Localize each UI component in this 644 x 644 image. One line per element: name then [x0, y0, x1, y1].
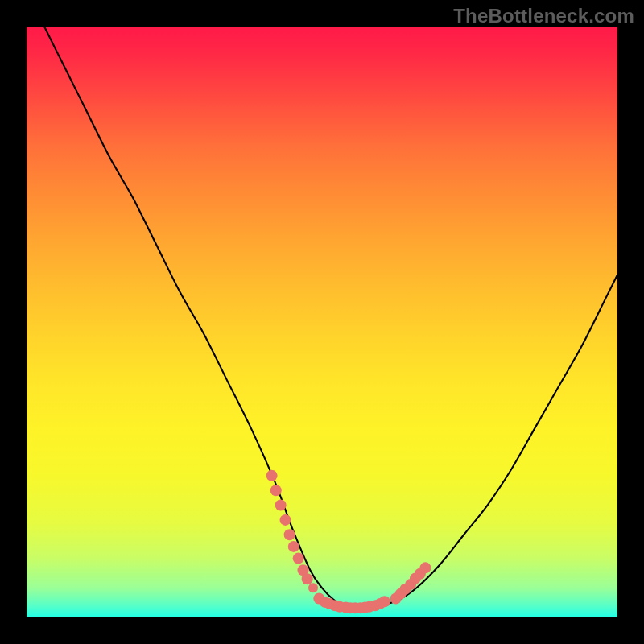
gradient-plot-area	[27, 27, 617, 617]
data-dot	[308, 583, 318, 592]
data-dot	[379, 596, 390, 607]
data-dot	[275, 500, 287, 511]
data-dot	[419, 562, 431, 573]
data-dot	[266, 470, 278, 481]
chart-overlay	[27, 27, 617, 617]
watermark-text: TheBottleneck.com	[453, 5, 634, 27]
data-dot	[279, 514, 291, 526]
data-dot	[293, 553, 304, 564]
data-dot	[302, 573, 313, 584]
main-curve	[44, 27, 617, 609]
data-dot	[284, 529, 295, 540]
data-dots	[266, 470, 431, 613]
data-dot	[288, 541, 299, 552]
data-dot	[270, 485, 282, 496]
